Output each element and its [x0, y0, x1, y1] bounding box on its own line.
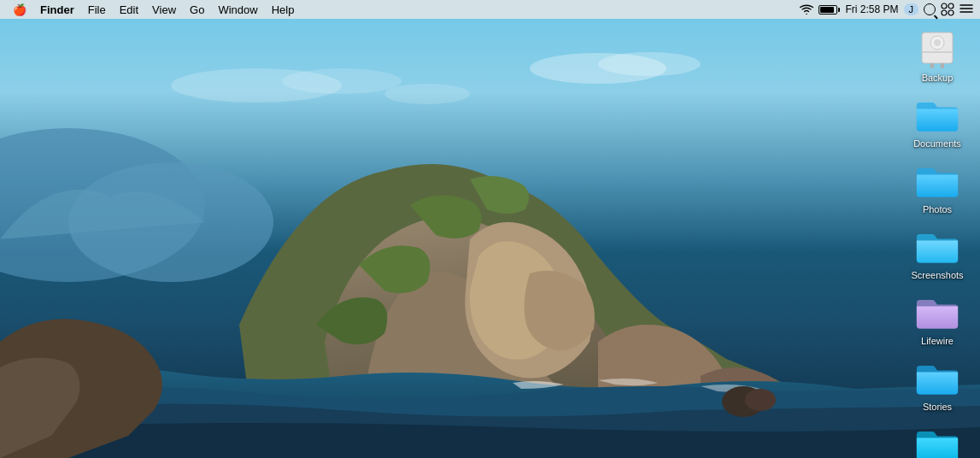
apple-menu[interactable]: 🍎 — [7, 0, 32, 19]
wifi-icon[interactable] — [800, 4, 813, 15]
lifewire-label: Lifewire — [921, 336, 954, 346]
menubar-right: Fri 2:58 PM J — [800, 3, 973, 16]
backup-label: Backup — [922, 73, 954, 83]
view-menu[interactable]: View — [146, 0, 182, 19]
window-menu[interactable]: Window — [212, 0, 263, 19]
desktop-icon-documents[interactable]: Documents — [903, 91, 971, 149]
edit-menu[interactable]: Edit — [114, 0, 144, 19]
finder-menu[interactable]: Finder — [34, 0, 80, 19]
photos-folder-icon — [915, 157, 959, 202]
desktop-icon-backup[interactable]: Backup — [903, 26, 971, 83]
svg-point-9 — [384, 84, 470, 104]
file-menu[interactable]: File — [82, 0, 112, 19]
svg-point-21 — [934, 39, 941, 46]
documents-folder-icon — [915, 91, 959, 136]
svg-point-10 — [942, 3, 947, 9]
backup-drive-icon — [915, 26, 959, 70]
clock: Fri 2:58 PM — [845, 3, 898, 15]
stories-folder-icon — [915, 355, 959, 399]
svg-point-13 — [948, 10, 954, 15]
help-menu[interactable]: Help — [266, 0, 301, 19]
menubar-left: 🍎 Finder File Edit View Go Window Help — [7, 0, 300, 19]
svg-point-8 — [282, 68, 402, 94]
notification-center[interactable] — [959, 3, 973, 15]
user-profile[interactable]: J — [904, 3, 919, 15]
svg-rect-23 — [941, 63, 944, 68]
svg-rect-22 — [930, 63, 934, 68]
screenshots-label: Screenshots — [911, 270, 963, 280]
stories-label: Stories — [923, 402, 952, 412]
svg-point-11 — [948, 3, 954, 9]
svg-point-6 — [598, 52, 701, 76]
go-menu[interactable]: Go — [184, 0, 210, 19]
svg-point-12 — [942, 10, 947, 15]
leads-folder-icon — [915, 420, 959, 458]
control-center[interactable] — [941, 3, 954, 16]
desktop-icons: Backup Documents — [903, 26, 971, 458]
svg-point-4 — [745, 389, 776, 411]
desktop-icon-leads[interactable]: Leads — [903, 420, 971, 458]
desktop-icon-screenshots[interactable]: Screenshots — [903, 223, 971, 280]
desktop-icon-stories[interactable]: Stories — [903, 355, 971, 412]
desktop-icon-photos[interactable]: Photos — [903, 157, 971, 214]
documents-label: Documents — [913, 138, 961, 149]
desktop-icon-lifewire[interactable]: Lifewire — [903, 289, 971, 346]
screenshots-folder-icon — [915, 223, 959, 267]
photos-label: Photos — [923, 204, 952, 214]
spotlight-search[interactable] — [924, 3, 936, 15]
lifewire-folder-icon — [915, 289, 959, 333]
menubar: 🍎 Finder File Edit View Go Window Help — [0, 0, 980, 19]
svg-rect-19 — [922, 51, 953, 53]
battery-indicator[interactable] — [819, 5, 840, 15]
